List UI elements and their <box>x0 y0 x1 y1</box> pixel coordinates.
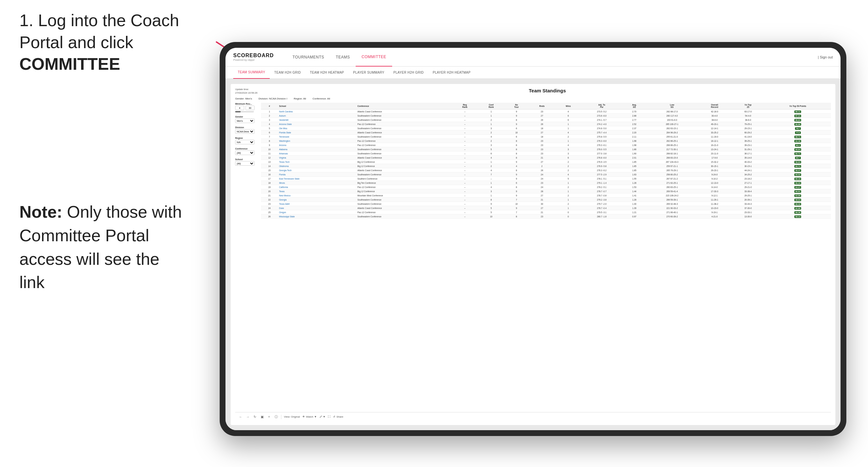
table-header: # School Conference RegRank ConfRank NoT… <box>261 103 831 110</box>
standings-table: # School Conference RegRank ConfRank NoT… <box>261 103 831 219</box>
table-cell: 4 <box>555 110 581 114</box>
table-cell: 30-15-1 <box>731 164 765 168</box>
sub-nav-player-h2h-heatmap[interactable]: PLAYER H2H HEATMAP <box>428 66 475 79</box>
sub-nav-team-h2h-grid[interactable]: TEAM H2H GRID <box>270 66 305 79</box>
table-cell: 279.2 -3.8 <box>581 198 622 202</box>
table-cell: 21 <box>528 198 555 202</box>
table-cell: 24 <box>528 177 555 181</box>
table-cell: Southern Conference <box>356 177 452 181</box>
table-cell: 8 <box>504 139 528 143</box>
table-cell: – <box>452 122 478 126</box>
table-cell: 276.3 -6.0 <box>581 139 622 143</box>
table-cell: 217 72-30-1 <box>646 147 698 152</box>
min-rounds-field[interactable] <box>235 105 244 110</box>
division-select[interactable]: NCAA Division I <box>235 129 254 134</box>
table-cell: 4 <box>478 168 504 173</box>
watch-label: Watch <box>306 415 313 418</box>
table-cell: 26 <box>528 168 555 173</box>
max-rounds-field[interactable] <box>246 105 254 110</box>
table-row: 26Mississippi StateSoutheastern Conferen… <box>261 214 831 219</box>
sub-nav-team-h2h-heatmap[interactable]: TEAM H2H HEATMAP <box>305 66 348 79</box>
table-cell: 262 88-17.0 <box>646 110 698 114</box>
sign-out-link[interactable]: | Sign out <box>818 55 833 59</box>
table-cell: 33-44-3 <box>731 202 765 206</box>
table-cell: 269 32-48-3 <box>646 202 698 206</box>
nav-teams[interactable]: TEAMS <box>330 48 356 66</box>
table-cell: 5 <box>478 206 504 210</box>
table-cell: 9 <box>261 143 278 147</box>
table-cell: 24 <box>528 185 555 189</box>
table-cell: 258 80-25-2 <box>646 173 698 177</box>
table-cell: 0 <box>555 210 581 214</box>
table-cell: 30-15-1 <box>698 164 731 168</box>
logo-subtitle: Powered by clippd <box>233 58 274 61</box>
gender-select[interactable]: Men's <box>235 119 254 123</box>
table-cell: 278.7 -0.7 <box>581 189 622 193</box>
step-number: 1. <box>20 11 33 30</box>
table-cell: 9 <box>504 206 528 210</box>
table-cell: Pac-12 Conference <box>356 139 452 143</box>
table-cell: Atlantic Coast Conference <box>356 110 452 114</box>
table-cell: 2 <box>555 160 581 164</box>
table-cell: 1.85 <box>622 160 646 164</box>
table-row: 22GeorgiaSoutheastern Conference–8721127… <box>261 198 831 202</box>
nav-tournaments[interactable]: TOURNAMENTS <box>287 48 330 66</box>
region-select[interactable]: N/A <box>235 140 254 144</box>
conference-select[interactable]: (All) <box>235 151 254 155</box>
table-cell: 27 <box>528 114 555 118</box>
table-cell: 31-29-1 <box>731 147 765 152</box>
table-row: 2AuburnSoutheastern Conference–19276273.… <box>261 114 831 118</box>
table-cell: 2 <box>478 139 504 143</box>
col-overall-record: OverallRecord <box>698 103 731 110</box>
copy-icon[interactable]: ▣ <box>260 415 264 419</box>
table-cell: 2 <box>555 202 581 206</box>
table-cell: – <box>452 156 478 160</box>
annotate-btn[interactable]: 🖉 ▼ <box>319 415 326 418</box>
table-cell: 17-33-3 <box>698 189 731 193</box>
table-cell: 8 <box>504 185 528 189</box>
nav-committee[interactable]: COMMITTEE <box>356 48 392 66</box>
refresh-icon[interactable]: ↻ <box>253 415 257 419</box>
col-avg-sg: Avg.SG <box>622 103 646 110</box>
table-cell: – <box>452 206 478 210</box>
school-select[interactable]: (All) <box>235 161 254 166</box>
table-cell: 278.2 -5.1 <box>581 185 622 189</box>
watch-btn[interactable]: 👁 Watch ▼ <box>302 415 317 418</box>
table-row: 3VanderbiltSoutheastern Conference–28266… <box>261 118 831 122</box>
table-cell: 8 <box>504 147 528 152</box>
table-cell: 44-24-1 <box>731 168 765 173</box>
table-cell: 27 <box>528 160 555 164</box>
note-label: Note: <box>20 203 62 221</box>
table-cell: 10-23-0 <box>698 206 731 210</box>
fullscreen-btn[interactable]: ⛶ <box>328 415 331 418</box>
table-cell: 8 <box>504 152 528 156</box>
forward-icon[interactable]: → <box>246 415 250 419</box>
sub-nav-player-summary[interactable]: PLAYER SUMMARY <box>348 66 389 79</box>
table-cell: – <box>452 147 478 152</box>
table-cell: Florida <box>278 173 356 177</box>
table-cell: 279.5 -3.1 <box>581 210 622 214</box>
table-cell: 0 <box>555 214 581 219</box>
table-cell: 23 <box>528 181 555 185</box>
info-icon[interactable]: ⓘ <box>274 415 278 419</box>
gender-filter-label: Gender <box>235 116 257 118</box>
table-cell: 4-21-0 <box>698 214 731 219</box>
table-cell: 3 <box>261 118 278 122</box>
table-cell: Pac-12 Conference <box>356 143 452 147</box>
table-cell: 275.7 -4.4 <box>581 130 622 135</box>
table-cell: 60-29-2 <box>731 130 765 135</box>
add-icon[interactable]: + <box>267 415 271 419</box>
rounds-slider[interactable] <box>235 111 254 113</box>
table-cell: 262 86-25-1 <box>646 139 698 143</box>
sub-nav-team-summary[interactable]: TEAM SUMMARY <box>233 66 270 79</box>
sub-nav-player-h2h-grid[interactable]: PLAYER H2H GRID <box>389 66 428 79</box>
table-cell: 39-23-1 <box>731 143 765 147</box>
conference-filter-label: Conference <box>235 148 257 150</box>
table-cell: 6 <box>555 156 581 160</box>
table-cell: Arkansas <box>278 152 356 156</box>
back-icon[interactable]: ← <box>239 415 243 419</box>
share-btn[interactable]: ↺ Share <box>333 415 343 418</box>
table-cell: 2 <box>261 114 278 118</box>
table-cell: 2.01 <box>622 156 646 160</box>
view-original-btn[interactable]: View: Original <box>284 415 300 418</box>
